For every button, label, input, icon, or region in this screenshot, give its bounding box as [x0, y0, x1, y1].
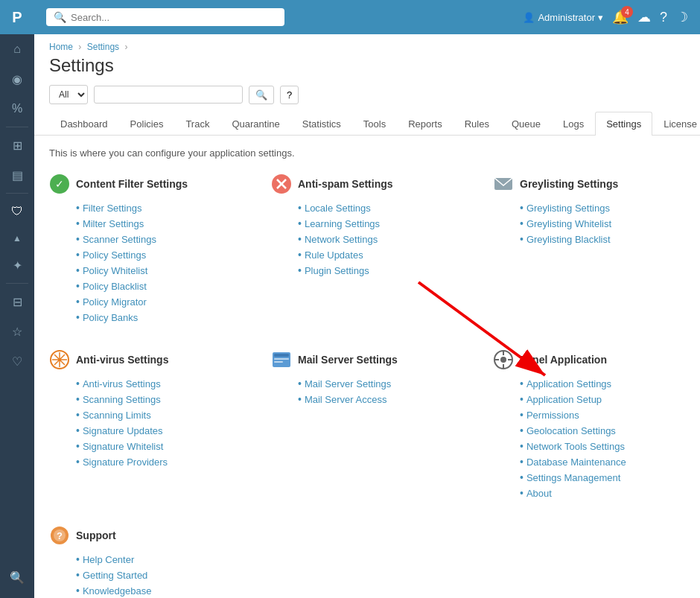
link-locale-settings[interactable]: Locale Settings [305, 203, 371, 214]
list-item: Policy Banks [76, 311, 241, 323]
link-help-center[interactable]: Help Center [83, 554, 134, 565]
link-filter-settings[interactable]: Filter Settings [83, 203, 141, 214]
filter-select[interactable]: All [49, 85, 88, 104]
greylisting-links: Greylisting Settings Greylisting Whiteli… [493, 202, 685, 245]
sidebar-icon-plus[interactable]: ✦ [0, 250, 34, 280]
sidebar-icon-shield[interactable]: 🛡 [0, 197, 34, 226]
link-database-maintenance[interactable]: Database Maintenance [526, 457, 626, 468]
tab-tools[interactable]: Tools [352, 112, 397, 136]
list-item: Scanner Settings [76, 233, 241, 245]
tab-settings[interactable]: Settings [595, 112, 652, 136]
link-policy-blacklist[interactable]: Policy Blacklist [83, 281, 147, 292]
link-scanner-settings[interactable]: Scanner Settings [83, 234, 156, 245]
section-antispam-title: Anti-spam Settings [298, 178, 393, 190]
link-rule-updates[interactable]: Rule Updates [305, 249, 363, 261]
help-icon[interactable]: ? [660, 10, 667, 25]
link-mail-server-access[interactable]: Mail Server Access [305, 394, 387, 405]
section-antispam: Anti-spam Settings Locale Settings Learn… [271, 174, 463, 327]
sidebar-icon-home[interactable]: ⌂ [0, 34, 34, 64]
tab-queue[interactable]: Queue [500, 112, 552, 136]
link-about[interactable]: About [526, 488, 552, 499]
link-plugin-settings[interactable]: Plugin Settings [305, 265, 369, 276]
sidebar-icon-layers[interactable]: ▤ [0, 160, 34, 190]
list-item: Policy Whitelist [76, 264, 241, 276]
link-application-setup[interactable]: Application Setup [526, 394, 602, 405]
link-settings-management[interactable]: Settings Management [526, 472, 620, 483]
tab-logs[interactable]: Logs [552, 112, 595, 136]
list-item: Policy Blacklist [76, 280, 241, 292]
link-permissions[interactable]: Permissions [526, 410, 579, 421]
notifications-bell[interactable]: 🔔 4 [612, 9, 629, 25]
tab-track[interactable]: Track [174, 112, 220, 136]
list-item: Anti-virus Settings [76, 378, 241, 389]
tab-policies[interactable]: Policies [119, 112, 175, 136]
search-box[interactable]: 🔍 [46, 8, 284, 26]
link-milter-settings[interactable]: Milter Settings [83, 218, 144, 229]
cloud-icon[interactable]: ☁ [637, 9, 651, 25]
support-icon: ? [49, 525, 70, 546]
sidebar-icon-percent[interactable]: % [0, 94, 34, 124]
link-signature-providers[interactable]: Signature Providers [83, 457, 168, 468]
link-policy-whitelist[interactable]: Policy Whitelist [83, 265, 147, 276]
breadcrumb-home[interactable]: Home [49, 42, 73, 52]
link-policy-migrator[interactable]: Policy Migrator [83, 296, 147, 308]
app-logo: P [0, 0, 34, 34]
search-button[interactable]: 🔍 [249, 86, 274, 104]
svg-point-12 [500, 357, 506, 363]
list-item: Learning Settings [298, 217, 463, 229]
svg-text:?: ? [57, 530, 63, 541]
link-signature-whitelist[interactable]: Signature Whitelist [83, 441, 163, 452]
greylisting-icon [493, 174, 514, 194]
section-content-filter-header: ✓ Content Filter Settings [49, 174, 241, 194]
search-icon: 🔍 [54, 11, 66, 23]
tab-dashboard[interactable]: Dashboard [49, 112, 119, 136]
link-signature-updates[interactable]: Signature Updates [83, 425, 163, 436]
search-input[interactable] [71, 12, 277, 23]
link-geolocation-settings[interactable]: Geolocation Settings [526, 425, 616, 436]
link-network-tools-settings[interactable]: Network Tools Settings [526, 441, 625, 452]
list-item: Rule Updates [298, 249, 463, 261]
link-antivirus-settings[interactable]: Anti-virus Settings [83, 378, 161, 389]
sidebar-icon-user[interactable]: ◉ [0, 64, 34, 94]
link-policy-settings[interactable]: Policy Settings [83, 249, 146, 261]
mail-server-icon [271, 349, 292, 370]
breadcrumb-settings[interactable]: Settings [87, 42, 119, 52]
link-network-settings[interactable]: Network Settings [305, 234, 378, 245]
user-menu[interactable]: 👤 Administrator ▾ [523, 12, 603, 23]
list-item: Geolocation Settings [520, 424, 685, 436]
list-item: Signature Whitelist [76, 440, 241, 452]
sidebar-icon-search[interactable]: 🔍 [0, 562, 34, 592]
link-greylisting-settings[interactable]: Greylisting Settings [526, 203, 610, 214]
link-scanning-limits[interactable]: Scanning Limits [83, 410, 151, 421]
toolbar-search-input[interactable] [94, 86, 243, 104]
link-knowledgebase[interactable]: Knowledgebase [83, 585, 152, 597]
link-getting-started[interactable]: Getting Started [83, 570, 147, 581]
settings-body: This is where you can configure your app… [34, 136, 700, 598]
link-learning-settings[interactable]: Learning Settings [305, 218, 380, 229]
list-item: Database Maintenance [520, 456, 685, 468]
antivirus-links: Anti-virus Settings Scanning Settings Sc… [49, 378, 241, 468]
help-button[interactable]: ? [280, 86, 299, 104]
list-item: Filter Settings [76, 202, 241, 214]
link-mail-server-settings[interactable]: Mail Server Settings [305, 378, 391, 389]
list-item: Signature Providers [76, 456, 241, 468]
tab-rules[interactable]: Rules [454, 112, 500, 136]
link-scanning-settings[interactable]: Scanning Settings [83, 394, 161, 405]
link-policy-banks[interactable]: Policy Banks [83, 312, 138, 323]
tab-statistics[interactable]: Statistics [291, 112, 352, 136]
link-greylisting-blacklist[interactable]: Greylisting Blacklist [526, 234, 611, 245]
link-application-settings[interactable]: Application Settings [526, 378, 611, 389]
sidebar-icon-grid[interactable]: ⊞ [0, 130, 34, 160]
sidebar-icon-star[interactable]: ☆ [0, 317, 34, 346]
sidebar-icon-grid2[interactable]: ⊟ [0, 287, 34, 317]
link-greylisting-whitelist[interactable]: Greylisting Whitelist [526, 218, 611, 229]
sidebar-icon-heart[interactable]: ♡ [0, 346, 34, 376]
topnav: 🔍 👤 Administrator ▾ 🔔 4 ☁ ? ☽ [34, 0, 700, 34]
sidebar-collapse-btn[interactable]: ▲ [0, 226, 34, 250]
tab-reports[interactable]: Reports [397, 112, 454, 136]
list-item: Settings Management [520, 471, 685, 483]
theme-icon[interactable]: ☽ [676, 9, 688, 25]
tab-quarantine[interactable]: Quarantine [220, 112, 290, 136]
section-antivirus-title: Anti-virus Settings [76, 354, 168, 366]
tab-license[interactable]: License [652, 112, 700, 136]
